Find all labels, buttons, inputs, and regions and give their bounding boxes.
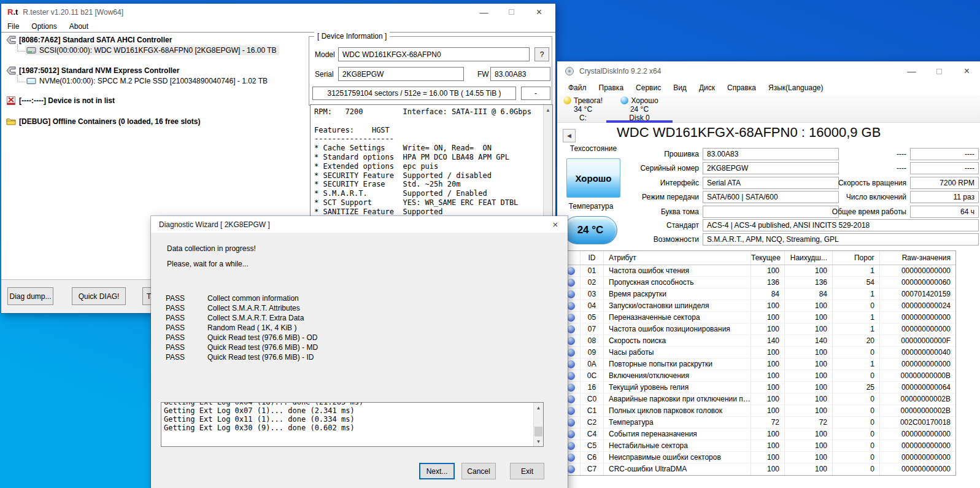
field-label: Возможности [589, 233, 703, 246]
smart-attribute-row[interactable]: 04Запуски/остановки шпинделя100100000000… [562, 300, 955, 312]
smart-attribute-row[interactable]: 03Время раскрутки84841000701420159 [562, 289, 955, 300]
field-row: Серийный номер2KG8EPGW [589, 162, 839, 176]
attr-name: Включения/отключения [604, 370, 751, 381]
smart-attribute-row[interactable]: 0AПовторные попытки раскрутки10010010000… [562, 358, 955, 370]
close-icon[interactable]: × [525, 4, 553, 20]
smart-attribute-row[interactable]: 16Текущий уровень гелия10010025000000000… [562, 382, 955, 393]
attr-raw: 000000000000 [880, 265, 957, 276]
attr-threshold: 20 [833, 335, 880, 346]
attr-current: 100 [751, 393, 785, 405]
model-label: Model [315, 50, 335, 59]
menu-item-2[interactable]: Сервис [630, 82, 667, 93]
serial-label: Serial [315, 70, 334, 79]
back-button[interactable]: ◀ [563, 129, 576, 142]
attr-current: 100 [751, 370, 785, 381]
drive-tab-0[interactable]: Тревога!34 °CC: [561, 95, 605, 123]
field-label: Режим передачи [589, 191, 703, 203]
help-button[interactable]: ? [534, 47, 549, 61]
attr-current: 100 [751, 452, 785, 463]
cancel-button[interactable]: Cancel [461, 463, 496, 479]
device-details-line: * SECURITY Feature Supported / disabled [314, 171, 542, 180]
log-line: Getting Ext Log 0x30 (9)... done (0.602 … [164, 424, 533, 432]
quick-diag-button[interactable]: Quick DIAG! [72, 287, 126, 305]
model-field[interactable]: WDC WD161KFGX-68AFPN0 [338, 47, 530, 61]
menu-item-3[interactable]: Вид [667, 82, 693, 93]
diag-dump-button[interactable]: Diag dump... [7, 287, 53, 305]
smart-attribute-row[interactable]: 0CВключения/отключения100100000000000000… [562, 370, 955, 382]
back-icon: ◀ [567, 133, 571, 139]
field-value[interactable]: 11 раз [910, 191, 979, 203]
scroll-up-icon[interactable]: ▲ [534, 403, 543, 412]
field-value[interactable]: 64 ч [910, 206, 979, 218]
field-value[interactable]: S.M.A.R.T., APM, NCQ, Streaming, GPL [703, 233, 979, 246]
minimize-icon[interactable]: — [470, 4, 498, 20]
attr-threshold: 1 [833, 289, 880, 300]
tree-item-label: [----:----] Device is not in list [19, 96, 115, 105]
smart-attribute-row[interactable]: 09Часы работы1001000000000000040 [562, 347, 955, 358]
tree-item[interactable]: [DEBUG] Offline Containers (0 loaded, 16… [5, 116, 203, 126]
exit-button[interactable]: Exit [510, 463, 544, 479]
app-icon [565, 66, 574, 76]
smart-attribute-row[interactable]: 07Частота ошибок позиционирования1001001… [562, 323, 955, 335]
smart-attribute-row[interactable]: C2Температура72720002C00170018 [562, 417, 955, 428]
menu-item-0[interactable]: Файл [562, 82, 593, 93]
attr-current: 72 [751, 417, 785, 428]
smart-attribute-row[interactable]: 02Пропускная способность1361365400000000… [562, 277, 955, 289]
field-label: Число включений [815, 191, 910, 203]
smart-attribute-row[interactable]: C5Нестабильные сектора100100000000000000… [562, 440, 955, 452]
menu-item-5[interactable]: Справка [721, 82, 762, 93]
maximize-icon[interactable] [925, 61, 953, 81]
scroll-down-icon[interactable]: ▼ [534, 436, 543, 446]
menu-item-4[interactable]: Диск [693, 82, 721, 93]
attr-name: Скорость поиска [604, 335, 751, 346]
drive-fields-right: ----------------Скорость вращения7200 RP… [815, 148, 979, 220]
tree-item[interactable]: [----:----] Device is not in list [5, 95, 117, 106]
device-details-line: ------------------ [314, 134, 542, 144]
maximize-icon[interactable] [498, 4, 525, 20]
scroll-up-icon[interactable]: ▲ [544, 105, 552, 115]
smart-attribute-row[interactable]: 01Частота ошибок чтения10010010000000000… [562, 265, 955, 277]
status-sphere-icon [567, 267, 575, 275]
minimize-icon[interactable]: — [898, 61, 925, 81]
attr-id: C6 [581, 452, 604, 463]
tree-item[interactable]: [1987:5012] Standard NVM Express Control… [5, 65, 182, 76]
smart-attribute-row[interactable]: 08Скорость поиска1401402000000000000F [562, 335, 955, 347]
tree-item[interactable]: [8086:7A62] Standard SATA AHCI Controlle… [5, 34, 174, 45]
firmware-field[interactable]: 83.00A83 [490, 67, 550, 81]
close-icon[interactable]: × [953, 61, 980, 81]
field-row: СтандартACS-4 | ACS-4 published, ANSI IN… [589, 219, 979, 233]
step-label: Quick Read test (976.6 MiB) - ID [207, 353, 314, 362]
tree-item[interactable]: SCSI(00:00:00): WDC WD161KFGX-68AFPN0 [2… [5, 45, 279, 55]
field-value[interactable]: ---- [910, 162, 979, 174]
step-status: PASS [166, 323, 185, 332]
attr-threshold: 0 [833, 452, 880, 463]
menu-item-1[interactable]: Правка [593, 82, 630, 93]
field-value[interactable]: ---- [910, 148, 979, 160]
attr-current: 100 [751, 358, 785, 370]
attr-name: Полных циклов парковок головок [604, 405, 751, 416]
attr-raw: 000701420159 [880, 289, 957, 300]
attr-worst: 100 [785, 358, 833, 370]
smart-attribute-row[interactable]: C1Полных циклов парковок головок10010000… [562, 405, 955, 417]
next-button[interactable]: Next... [419, 463, 455, 479]
current-column-header: Текущее [751, 251, 785, 265]
smart-attribute-row[interactable]: C7CRC-ошибки UltraDMA1001000000000000000 [562, 463, 955, 475]
serial-field[interactable]: 2KG8EPGW [338, 67, 464, 81]
field-label: Скорость вращения [815, 177, 910, 189]
smart-attribute-row[interactable]: 05Переназначенные сектора100100100000000… [562, 312, 955, 323]
status-sphere-icon [567, 395, 575, 403]
field-value[interactable]: ACS-4 | ACS-4 published, ANSI INCITS 529… [703, 219, 979, 231]
smart-attribute-row[interactable]: C4События переназначения1001000000000000… [562, 428, 955, 440]
field-value[interactable]: 7200 RPM [910, 177, 979, 189]
field-row: ИнтерфейсSerial ATA [589, 177, 839, 191]
drive-tab-1[interactable]: Хорошо24 °CDisk 0 [605, 95, 674, 123]
attr-worst: 140 [785, 335, 833, 346]
close-icon[interactable]: × [547, 218, 564, 231]
status-sphere-icon [567, 430, 575, 438]
smart-attribute-row[interactable]: C0Аварийные парковки при отключении пи..… [562, 393, 955, 405]
log-scrollbar[interactable]: ▲ ▼ [533, 403, 543, 446]
attr-worst: 100 [785, 265, 833, 276]
smart-attribute-row[interactable]: C6Неисправимые ошибки секторов1001000000… [562, 452, 955, 463]
tree-item[interactable]: NVMe(01:00:00): SPCC M.2 PCIe SSD [21003… [5, 76, 270, 86]
menu-item-6[interactable]: Язык(Language) [762, 82, 829, 93]
